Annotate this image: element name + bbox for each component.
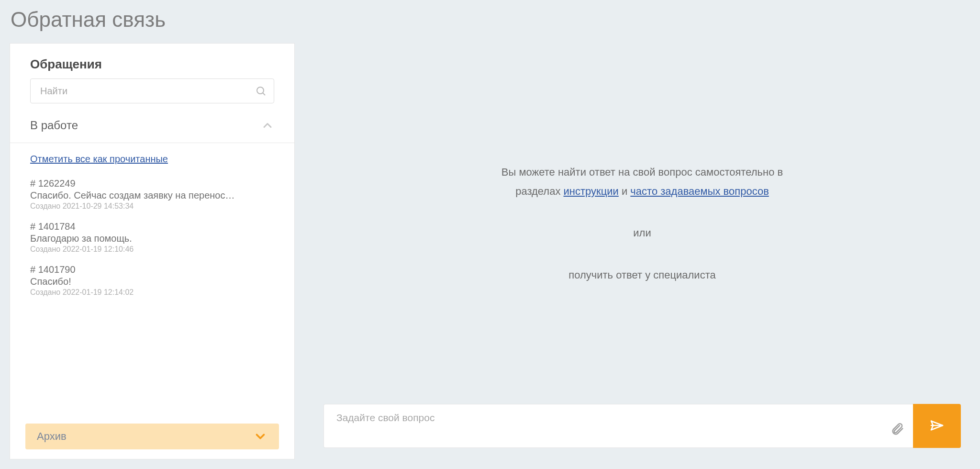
send-icon bbox=[929, 418, 945, 435]
question-input[interactable] bbox=[324, 404, 913, 447]
info-or: или bbox=[323, 223, 961, 243]
chevron-down-icon bbox=[253, 429, 267, 444]
ticket-id: # 1401790 bbox=[30, 264, 274, 275]
link-instructions[interactable]: инструкции bbox=[564, 185, 619, 197]
section-in-progress-label: В работе bbox=[30, 119, 78, 132]
section-archive[interactable]: Архив bbox=[25, 424, 279, 449]
search-input[interactable] bbox=[30, 78, 274, 103]
divider bbox=[10, 143, 294, 143]
ticket-item[interactable]: # 1401790 Спасибо! Создано 2022-01-19 12… bbox=[30, 260, 274, 303]
ticket-subject: Спасибо! bbox=[30, 276, 274, 287]
svg-point-0 bbox=[257, 87, 264, 94]
info-block: Вы можете найти ответ на свой вопрос сам… bbox=[323, 163, 961, 284]
info-line-2-prefix: разделах bbox=[515, 185, 563, 197]
info-line-1: Вы можете найти ответ на свой вопрос сам… bbox=[323, 163, 961, 182]
page-title: Обратная связь bbox=[0, 0, 980, 43]
ticket-id: # 1401784 bbox=[30, 221, 274, 232]
ticket-created: Создано 2021-10-29 14:53:34 bbox=[30, 202, 274, 211]
main-area: Вы можете найти ответ на свой вопрос сам… bbox=[295, 43, 980, 459]
info-line-2-mid: и bbox=[619, 185, 631, 197]
composer bbox=[323, 404, 961, 448]
section-in-progress[interactable]: В работе bbox=[30, 117, 274, 143]
ticket-created: Создано 2022-01-19 12:10:46 bbox=[30, 245, 274, 254]
composer-field bbox=[323, 404, 913, 448]
mark-all-read-link[interactable]: Отметить все как прочитанные bbox=[30, 154, 168, 165]
section-archive-label: Архив bbox=[37, 430, 67, 443]
ticket-subject: Благодарю за помощь. bbox=[30, 233, 274, 244]
chevron-up-icon bbox=[261, 119, 274, 132]
info-line-3: получить ответ у специалиста bbox=[323, 266, 961, 285]
link-faq[interactable]: часто задаваемых вопросов bbox=[630, 185, 768, 197]
sidebar: Обращения В работе bbox=[10, 43, 295, 459]
ticket-item[interactable]: # 1262249 Спасибо. Сейчас создам заявку … bbox=[30, 174, 274, 217]
svg-line-1 bbox=[263, 93, 266, 96]
ticket-subject: Спасибо. Сейчас создам заявку на перенос… bbox=[30, 190, 274, 201]
ticket-id: # 1262249 bbox=[30, 178, 274, 189]
search-wrap bbox=[30, 78, 274, 103]
attach-button[interactable] bbox=[890, 422, 904, 436]
send-button[interactable] bbox=[913, 404, 961, 448]
sidebar-heading: Обращения bbox=[30, 57, 274, 72]
ticket-item[interactable]: # 1401784 Благодарю за помощь. Создано 2… bbox=[30, 217, 274, 260]
info-line-2: разделах инструкции и часто задаваемых в… bbox=[323, 182, 961, 201]
ticket-created: Создано 2022-01-19 12:14:02 bbox=[30, 288, 274, 297]
search-icon bbox=[255, 85, 267, 97]
paperclip-icon bbox=[890, 429, 904, 437]
